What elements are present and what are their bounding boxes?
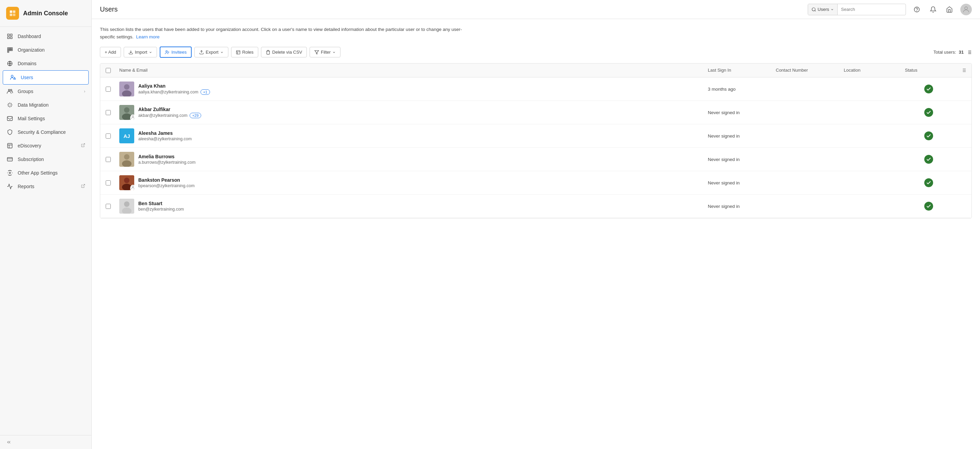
user-name[interactable]: Aleesha James xyxy=(138,130,192,136)
topbar-right: Users xyxy=(808,4,972,15)
status-active-icon xyxy=(924,178,933,187)
avatar-placeholder xyxy=(119,199,134,214)
learn-more-link[interactable]: Learn more xyxy=(136,34,160,40)
svg-rect-11 xyxy=(8,49,9,51)
notifications-button[interactable] xyxy=(928,4,939,15)
user-name[interactable]: Akbar Zulfikar xyxy=(138,107,201,112)
svg-point-57 xyxy=(124,154,129,160)
sidebar-item-ediscovery[interactable]: eDiscovery xyxy=(0,139,91,152)
location xyxy=(840,179,902,187)
svg-point-53 xyxy=(124,107,129,113)
home-button[interactable] xyxy=(944,4,955,15)
contact-number xyxy=(772,108,840,116)
sidebar-item-security-compliance[interactable]: Security & Compliance xyxy=(0,125,91,139)
sidebar-item-label: Other App Settings xyxy=(18,170,85,176)
sidebar-item-reports[interactable]: Reports xyxy=(0,180,91,193)
data-migration-icon xyxy=(6,102,14,108)
filter-button[interactable]: Filter xyxy=(310,47,340,57)
svg-rect-12 xyxy=(10,49,11,51)
sidebar-item-organization[interactable]: Organization xyxy=(0,43,91,57)
row-checkbox[interactable] xyxy=(106,87,111,92)
svg-rect-8 xyxy=(8,48,9,49)
invitees-button[interactable]: Invitees xyxy=(160,46,192,58)
user-name[interactable]: Ben Stuart xyxy=(138,201,184,206)
search-input[interactable] xyxy=(838,7,905,12)
content-area: This section lists the users that have b… xyxy=(92,19,980,449)
svg-point-23 xyxy=(9,172,11,174)
export-button[interactable]: Export xyxy=(194,47,228,57)
other-settings-icon xyxy=(6,170,14,176)
sidebar-item-mail-settings[interactable]: Mail Settings xyxy=(0,112,91,125)
sidebar-item-data-migration[interactable]: Data Migration xyxy=(0,98,91,112)
svg-rect-6 xyxy=(8,37,9,39)
help-button[interactable] xyxy=(912,4,922,15)
row-checkbox[interactable] xyxy=(106,133,111,138)
sidebar-item-label: Domains xyxy=(18,61,85,66)
sidebar-collapse[interactable] xyxy=(0,435,91,449)
columns-icon[interactable] xyxy=(966,49,972,55)
user-email: akbar@zylkertraining.com +29 xyxy=(138,113,201,118)
sidebar-item-subscription[interactable]: Subscription xyxy=(0,152,91,166)
svg-marker-36 xyxy=(315,50,319,54)
main-content: Users Users xyxy=(92,0,980,449)
search-icon xyxy=(811,7,816,12)
user-avatar[interactable] xyxy=(960,4,972,15)
row-checkbox[interactable] xyxy=(106,110,111,115)
dashboard-icon xyxy=(6,33,14,40)
table-row: Amelia Burrows a.burrows@zylkertraining.… xyxy=(100,148,972,171)
add-button[interactable]: + Add xyxy=(100,47,121,57)
roles-button[interactable]: Roles xyxy=(231,47,258,57)
import-button[interactable]: Import xyxy=(124,47,158,57)
avatar xyxy=(119,105,134,120)
select-all-checkbox[interactable] xyxy=(106,68,111,73)
row-checkbox[interactable] xyxy=(106,204,111,209)
user-email: a.burrows@zylkertraining.com xyxy=(138,160,196,165)
import-chevron-icon xyxy=(149,51,152,54)
select-all-cell[interactable] xyxy=(100,63,116,77)
status-cell xyxy=(902,198,956,215)
header-status: Status xyxy=(902,63,956,77)
column-settings-icon xyxy=(961,68,966,73)
sidebar-item-other-settings[interactable]: Other App Settings xyxy=(0,166,91,180)
sidebar: Admin Console Dashboard Organization xyxy=(0,0,92,449)
location xyxy=(840,202,902,210)
security-icon xyxy=(6,129,14,135)
svg-point-60 xyxy=(124,178,129,183)
contact-number xyxy=(772,132,840,140)
svg-rect-4 xyxy=(8,34,9,36)
user-name[interactable]: Aaliya Khan xyxy=(138,83,210,89)
table-row: Bankston Pearson bpearson@zylkertraining… xyxy=(100,171,972,195)
contact-number xyxy=(772,202,840,210)
filter-icon xyxy=(314,50,319,55)
last-signin: Never signed in xyxy=(705,129,772,143)
sidebar-item-domains[interactable]: Domains xyxy=(0,57,91,70)
location xyxy=(840,85,902,93)
svg-point-18 xyxy=(11,89,12,91)
svg-point-55 xyxy=(132,116,134,117)
row-checkbox[interactable] xyxy=(106,157,111,162)
user-name[interactable]: Bankston Pearson xyxy=(138,177,195,183)
sidebar-item-dashboard[interactable]: Dashboard xyxy=(0,30,91,43)
column-settings-button[interactable] xyxy=(956,63,972,77)
table-row: AJ Aleesha James aleesha@zylkertraining.… xyxy=(100,124,972,148)
table-row: Akbar Zulfikar akbar@zylkertraining.com … xyxy=(100,101,972,124)
sidebar-item-groups[interactable]: Groups › xyxy=(0,84,91,98)
row-checkbox[interactable] xyxy=(106,180,111,186)
delete-csv-button[interactable]: Delete via CSV xyxy=(261,47,307,57)
sidebar-item-users[interactable]: Users xyxy=(3,70,89,84)
search-scope-selector[interactable]: Users xyxy=(808,4,838,15)
sidebar-item-label: Mail Settings xyxy=(18,116,85,121)
ediscovery-ext-icon xyxy=(81,143,85,148)
svg-line-26 xyxy=(815,10,816,11)
reports-icon xyxy=(6,183,14,189)
header-location: Location xyxy=(840,63,902,77)
sidebar-item-label: Users xyxy=(21,75,82,80)
ediscovery-icon xyxy=(6,143,14,149)
status-cell xyxy=(902,104,956,121)
user-name[interactable]: Amelia Burrows xyxy=(138,154,196,159)
user-info: Ben Stuart ben@zylkertraining.com xyxy=(119,199,701,214)
user-info: AJ Aleesha James aleesha@zylkertraining.… xyxy=(119,129,701,143)
admin-badge-icon xyxy=(130,114,134,120)
avatar xyxy=(119,152,134,167)
user-info: Akbar Zulfikar akbar@zylkertraining.com … xyxy=(119,105,701,120)
